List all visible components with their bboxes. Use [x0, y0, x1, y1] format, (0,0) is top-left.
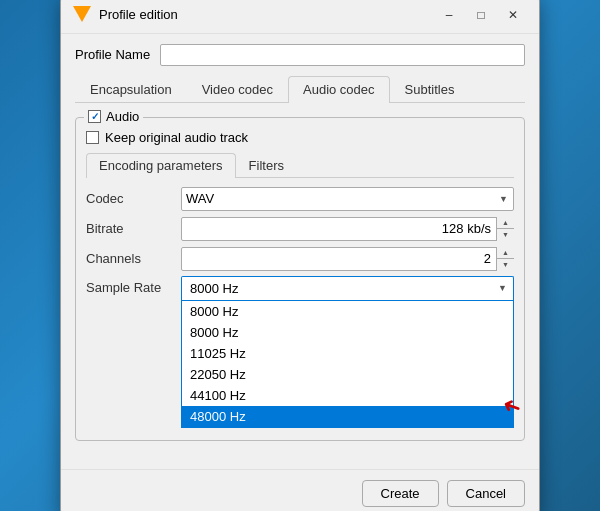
bitrate-input[interactable] — [181, 217, 514, 241]
audio-label: Audio — [106, 109, 139, 124]
sub-tab-encoding-params[interactable]: Encoding parameters — [86, 153, 236, 178]
title-buttons: – □ ✕ — [435, 5, 527, 25]
main-tabs: Encapsulation Video codec Audio codec Su… — [75, 76, 525, 103]
cancel-button[interactable]: Cancel — [447, 480, 525, 507]
sub-tabs: Encoding parameters Filters — [86, 153, 514, 178]
vlc-icon — [73, 6, 91, 24]
bitrate-down-button[interactable]: ▼ — [497, 229, 514, 241]
audio-group-box: Audio Keep original audio track Encoding… — [75, 117, 525, 441]
sample-rate-current: 8000 Hz — [190, 281, 238, 296]
sample-rate-list: 8000 Hz 8000 Hz 11025 Hz 22050 Hz 44100 … — [181, 300, 514, 428]
profile-name-input[interactable] — [160, 44, 525, 66]
bitrate-spin-buttons: ▲ ▼ — [496, 217, 514, 241]
codec-select[interactable]: WAV — [181, 187, 514, 211]
minimize-button[interactable]: – — [435, 5, 463, 25]
bitrate-row: Bitrate ▲ ▼ — [86, 216, 514, 242]
audio-group-label: Audio — [84, 109, 143, 124]
title-bar: Profile edition – □ ✕ — [61, 0, 539, 34]
bitrate-spinbox: ▲ ▼ — [181, 217, 514, 241]
channels-up-button[interactable]: ▲ — [497, 247, 514, 260]
content-area: Profile Name Encapsulation Video codec A… — [61, 34, 539, 465]
sample-rate-option-11025[interactable]: 11025 Hz — [182, 343, 513, 364]
sample-rate-option-22050[interactable]: 22050 Hz — [182, 364, 513, 385]
channels-label: Channels — [86, 251, 181, 266]
profile-name-row: Profile Name — [75, 44, 525, 66]
create-button[interactable]: Create — [362, 480, 439, 507]
tab-video-codec[interactable]: Video codec — [187, 76, 288, 102]
keep-original-checkbox[interactable] — [86, 131, 99, 144]
channels-spin-buttons: ▲ ▼ — [496, 247, 514, 271]
keep-original-row: Keep original audio track — [86, 130, 514, 145]
window-title: Profile edition — [99, 7, 178, 22]
sample-rate-label: Sample Rate — [86, 276, 181, 295]
channels-spinbox: ▲ ▼ — [181, 247, 514, 271]
channels-input[interactable] — [181, 247, 514, 271]
maximize-button[interactable]: □ — [467, 5, 495, 25]
sample-rate-trigger[interactable]: 8000 Hz — [181, 276, 514, 300]
red-arrow-icon: ➜ — [499, 390, 525, 421]
close-button[interactable]: ✕ — [499, 5, 527, 25]
codec-select-wrapper: WAV — [181, 187, 514, 211]
channels-down-button[interactable]: ▼ — [497, 259, 514, 271]
title-bar-left: Profile edition — [73, 6, 178, 24]
sample-rate-option-8000a[interactable]: 8000 Hz — [182, 301, 513, 322]
sample-rate-option-8000b[interactable]: 8000 Hz — [182, 322, 513, 343]
profile-edition-window: Profile edition – □ ✕ Profile Name Encap… — [60, 0, 540, 511]
audio-checkbox[interactable] — [88, 110, 101, 123]
channels-row: Channels ▲ ▼ — [86, 246, 514, 272]
bitrate-label: Bitrate — [86, 221, 181, 236]
keep-original-label: Keep original audio track — [105, 130, 248, 145]
codec-label: Codec — [86, 191, 181, 206]
bottom-bar: Create Cancel — [61, 469, 539, 512]
sample-rate-option-44100[interactable]: 44100 Hz ➜ — [182, 385, 513, 406]
sample-rate-section: Sample Rate 8000 Hz 8000 Hz 8000 Hz 1102… — [86, 276, 514, 428]
sample-rate-dropdown: 8000 Hz 8000 Hz 8000 Hz 11025 Hz 22050 H… — [181, 276, 514, 428]
profile-name-label: Profile Name — [75, 47, 150, 62]
tab-audio-codec[interactable]: Audio codec — [288, 76, 390, 103]
codec-row: Codec WAV — [86, 186, 514, 212]
audio-panel: Audio Keep original audio track Encoding… — [75, 111, 525, 455]
sub-tab-filters[interactable]: Filters — [236, 153, 297, 177]
bitrate-up-button[interactable]: ▲ — [497, 217, 514, 230]
tab-encapsulation[interactable]: Encapsulation — [75, 76, 187, 102]
tab-subtitles[interactable]: Subtitles — [390, 76, 470, 102]
sample-rate-option-48000[interactable]: 48000 Hz — [182, 406, 513, 427]
